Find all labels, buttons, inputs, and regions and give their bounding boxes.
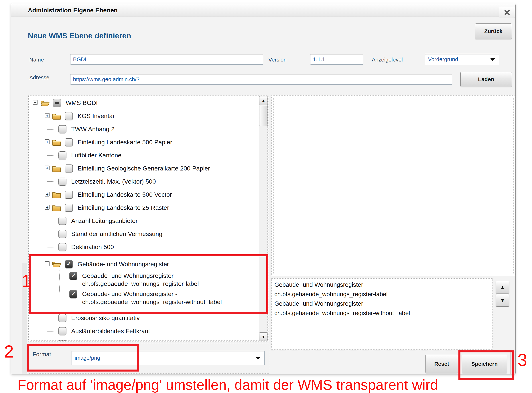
version-input[interactable] [310,54,363,65]
tree-checkbox[interactable] [59,314,66,322]
tree-checkbox[interactable] [59,340,66,341]
tree-item-label: Anzahl Leitungsanbieter [71,217,138,224]
annotation-box-layers [29,254,268,314]
tree-checkbox[interactable] [59,177,66,186]
back-button[interactable]: Zurück [475,24,512,39]
load-button[interactable]: Laden [460,72,512,87]
folder-icon [52,204,61,211]
tree-checkbox[interactable] [65,191,73,199]
tree-item[interactable]: +KGS Inventar [29,109,259,123]
tree-checkbox[interactable] [59,151,66,159]
layer-title: Gebäude- und Wohnungsregister - [274,280,490,290]
tree-item-label: Einteilung Geologische Generalkarte 200 … [78,165,210,172]
tree-item[interactable] [29,338,259,341]
tree-item[interactable]: TWW Anhang 2 [29,123,259,136]
scrollbar-thumb[interactable] [259,106,268,126]
move-layer-up-button[interactable]: ▲ [496,281,509,294]
scroll-up-icon[interactable]: ▲ [259,96,268,105]
close-button[interactable] [499,7,515,18]
name-label: Name [29,57,44,63]
tree-item-label: WMS BGDI [66,99,98,106]
tree-checkbox[interactable] [59,230,66,238]
tree-item[interactable]: +Einteilung Landeskarte 25 Raster [29,201,259,214]
tree-item-label: Einteilung Landeskarte 500 Papier [78,139,172,146]
preview-panel [271,95,515,276]
tree-item[interactable]: +Einteilung Geologische Generalkarte 200… [29,162,259,175]
collapse-icon[interactable]: − [33,100,38,105]
layer-id: ch.bfs.gebaeude_wohnungs_register-label [274,290,490,299]
folder-icon [52,138,61,146]
tree-connector-stub [47,234,59,234]
tree-connector-stub [47,331,59,331]
tree-checkbox[interactable] [65,164,73,172]
tree-item[interactable]: Ausläuferbildendes Fettkraut [29,324,259,338]
dialog-titlebar[interactable]: Administration Eigene Ebenen [11,4,515,17]
selected-layer-item[interactable]: Gebäude- und Wohnungsregister -ch.bfs.ge… [274,299,490,318]
chevron-down-icon [490,58,495,61]
tree-checkbox[interactable] [59,125,66,133]
reset-button[interactable]: Reset [426,355,458,373]
tree-connector-stub [47,221,59,221]
wms-admin-dialog: Administration Eigene Ebenen Neue WMS Eb… [11,4,516,374]
tree-item-label: KGS Inventar [78,113,115,119]
tree-item-label: Stand der amtlichen Vermessung [71,230,162,237]
selected-layer-item[interactable]: Gebäude- und Wohnungsregister -ch.bfs.ge… [274,280,490,299]
folder-open-icon [40,99,50,107]
tree-item-label: Deklination 500 [71,243,114,251]
display-level-select[interactable]: Vordergrund [425,54,499,65]
tree-checkbox[interactable] [53,99,61,107]
tree-connector-stub [47,155,59,156]
tree-item-label: Ausläuferbildendes Fettkraut [71,328,150,334]
display-level-value: Vordergrund [428,56,458,62]
tree-item-label: Letzteiszeitl. Max. (Vektor) 500 [71,178,156,185]
tree-item-label: Erosionsrisiko quantitativ [71,314,140,321]
expand-icon[interactable]: + [45,192,50,196]
layer-id: ch.bfs.gebaeude_wohnungs_register-withou… [274,308,490,318]
address-input[interactable] [70,74,452,85]
tree-item[interactable]: +Einteilung Landeskarte 500 Vector [29,188,259,201]
tree-item[interactable]: Anzahl Leitungsanbieter [29,214,259,227]
tree-item-label: TWW Anhang 2 [71,126,114,133]
move-layer-down-button[interactable]: ▼ [496,294,509,307]
name-input[interactable] [70,54,263,65]
annotation-box-save [458,350,514,380]
expand-icon[interactable]: + [45,139,50,144]
tree-connector-stub [47,247,59,247]
tree-item-label: Luftbilder Kantone [71,152,121,159]
arrow-down-icon: ▼ [500,297,505,304]
tree-checkbox[interactable] [59,327,66,335]
scroll-down-icon[interactable]: ▼ [259,332,268,341]
annotation-step-2: 2 [4,343,14,360]
display-level-label: Anzeigelevel [372,57,403,63]
expand-icon[interactable]: + [45,166,50,170]
expand-icon[interactable]: + [45,113,50,118]
page-title: Neue WMS Ebene definieren [28,31,131,40]
selected-layers-panel: Gebäude- und Wohnungsregister -ch.bfs.ge… [271,278,492,349]
tree-item[interactable]: Stand der amtlichen Vermessung [29,227,259,240]
close-icon [504,9,510,15]
expand-icon[interactable]: + [45,205,50,210]
address-label: Adresse [29,74,49,81]
version-label: Version [268,57,287,63]
tree-checkbox[interactable] [59,243,66,251]
tree-checkbox[interactable] [65,138,73,146]
tree-checkbox[interactable] [65,112,73,120]
tree-connector-stub [47,129,59,130]
tree-connector-stub [47,182,59,182]
tree-item[interactable]: Letzteiszeitl. Max. (Vektor) 500 [29,175,259,188]
tree-checkbox[interactable] [65,204,73,212]
tree-checkbox[interactable] [59,217,66,225]
tree-item-label: Einteilung Landeskarte 25 Raster [78,204,169,211]
tree-connector-stub [47,318,59,318]
tree-item[interactable]: Deklination 500 [29,240,259,253]
annotation-caption: Format auf 'image/png' umstellen, damit … [17,377,438,393]
folder-icon [52,164,61,172]
tree-item[interactable]: Luftbilder Kantone [29,149,259,162]
folder-icon [52,191,61,198]
layer-title: Gebäude- und Wohnungsregister - [274,299,490,308]
annotation-step-3: 3 [517,351,527,369]
tree-item[interactable]: −WMS BGDI [29,96,259,109]
tree-item[interactable]: +Einteilung Landeskarte 500 Papier [29,136,259,149]
annotation-step-1: 1 [21,272,31,290]
arrow-up-icon: ▲ [500,284,505,290]
